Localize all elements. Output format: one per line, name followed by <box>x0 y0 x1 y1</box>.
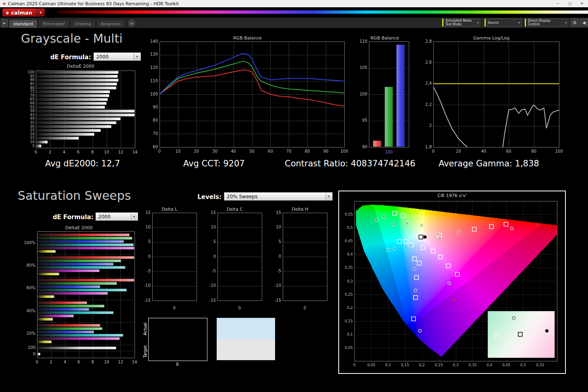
de-formula-label: dE Formula: <box>40 54 91 61</box>
tab-scroll-button[interactable]: ▶ <box>1 19 8 27</box>
delta-c-chart <box>205 206 264 312</box>
swatch-100-target <box>217 339 275 361</box>
settings-gear-button[interactable]: ⚙ <box>571 19 579 27</box>
minimize-button[interactable]: ─ <box>552 0 564 7</box>
chevron-down-icon: ▾ <box>134 54 140 60</box>
chevron-down-icon: ▾ <box>518 21 520 25</box>
cie-diagram-panel: CIE 1976 u'v' <box>338 191 566 374</box>
chevron-down-icon: ▾ <box>477 21 478 25</box>
saturation-de-formula-select[interactable]: 2000 ▾ <box>95 212 138 221</box>
simulated-meter-dropdown[interactable]: Simulated Meter Test Mode ▾ <box>442 19 480 27</box>
actual-row-label: Actual <box>143 317 147 341</box>
delta-h-chart <box>271 206 329 312</box>
cie-chart-canvas <box>340 199 564 371</box>
levels-label: Levels: <box>189 193 222 201</box>
calman-logo-main[interactable]: ◈ calman <box>2 8 36 17</box>
app-window: ❖ Calman 2025 Calman Ultimate for Busine… <box>0 0 588 392</box>
window-titlebar: ❖ Calman 2025 Calman Ultimate for Busine… <box>0 0 588 7</box>
avg-de2000-stat: Avg dE2000: 12,7 <box>45 159 120 168</box>
swatch-level-100 <box>217 318 275 360</box>
add-tab-button[interactable]: + <box>128 20 135 27</box>
average-gamma-stat: Average Gamma: 1,838 <box>439 159 539 168</box>
levels-select[interactable]: 20% Sweeps ▾ <box>224 192 333 201</box>
window-controls: ─ ▢ ✕ <box>552 0 588 7</box>
de-formula-value: 2000 <box>96 54 109 60</box>
grayscale-section-title: Grayscale - Multi <box>21 31 122 46</box>
layout-tab-bar: ▶ standard filmmaker cinema dinamico + S… <box>0 18 588 28</box>
chevron-down-icon: ▾ <box>325 193 331 199</box>
chevron-down-icon: ▾ <box>565 21 567 25</box>
saturation-section-title: Saturation Sweeps <box>18 189 131 203</box>
close-button[interactable]: ✕ <box>576 0 588 7</box>
tab-standard[interactable]: standard <box>9 19 37 28</box>
cie-chart-title: CIE 1976 u'v' <box>339 193 565 198</box>
direct-display-control-dropdown[interactable]: Direct Display Control ▾ <box>525 19 568 27</box>
calman-diamond-icon: ◈ <box>6 10 9 15</box>
source-label: Source <box>488 21 516 25</box>
saturation-deltae-chart <box>21 225 137 367</box>
simulated-meter-line2: Test Mode <box>445 23 474 26</box>
rgb-balance-bar-chart <box>358 35 412 156</box>
chevron-down-icon: ▾ <box>131 214 137 220</box>
spectrum-strip <box>57 10 588 14</box>
calman-logo[interactable]: ◈ calman ▾ <box>2 8 45 17</box>
tab-dinamico[interactable]: dinamico <box>96 19 125 28</box>
logo-bar: ◈ calman ▾ <box>0 7 588 18</box>
logo-menu-arrow[interactable]: ▾ <box>36 8 45 17</box>
grayscale-deltae-chart <box>22 63 139 157</box>
window-title: Calman 2025 Calman Ultimate for Business… <box>8 1 179 6</box>
collapse-panel-button[interactable]: ◀ <box>580 19 588 27</box>
swatch-0-target <box>149 340 207 361</box>
actual-target-swatch-panel: Actual Target 0 100 <box>140 315 335 369</box>
simulated-meter-line1: Simulated Meter <box>445 19 474 23</box>
contrast-ratio-stat: Contrast Ratio: 408374742146 <box>285 159 420 168</box>
rgb-balance-line-chart <box>146 35 349 156</box>
layout-tabs: standard filmmaker cinema dinamico + <box>9 19 135 28</box>
swatch-0-label: 0 <box>148 362 207 367</box>
swatch-0-actual <box>149 318 207 340</box>
avg-cct-stat: Avg CCT: 9207 <box>183 159 245 168</box>
maximize-button[interactable]: ▢ <box>564 0 576 7</box>
target-row-label: Target <box>143 340 147 364</box>
saturation-de-formula-value: 2000 <box>98 214 111 220</box>
gamma-chart <box>419 35 564 156</box>
app-icon: ❖ <box>2 2 6 6</box>
direct-display-label: Direct Display Control <box>528 19 562 26</box>
swatch-100-actual <box>217 318 275 339</box>
brand-name: calman <box>11 10 32 16</box>
levels-value: 20% Sweeps <box>227 194 258 199</box>
tab-filmmaker[interactable]: filmmaker <box>38 19 69 28</box>
de-formula-select[interactable]: 2000 ▾ <box>93 52 141 61</box>
saturation-de-formula-label: dE Formula: <box>44 214 93 221</box>
swatch-level-0 <box>148 318 207 361</box>
delta-l-chart <box>140 206 199 312</box>
source-dropdown[interactable]: Source ▾ <box>484 19 522 27</box>
tab-cinema[interactable]: cinema <box>70 19 95 28</box>
